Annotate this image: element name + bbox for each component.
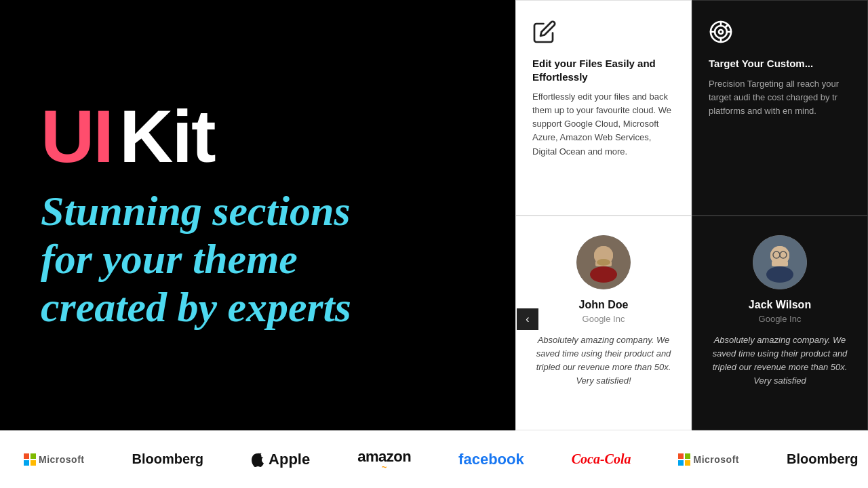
feature-card-2-title: Target Your Custom... (709, 57, 851, 70)
logo-amazon-1: amazon ~ (334, 430, 435, 488)
testimonial-1-text: Absolutely amazing company. We saved tim… (530, 333, 677, 388)
person-1-name: John Doe (579, 299, 629, 311)
subtitle-line1: Stunning sections (41, 188, 351, 234)
microsoft-label-2: Microsoft (693, 454, 739, 465)
bloomberg-label: Bloomberg (132, 451, 204, 467)
kit-text: Kit (119, 99, 215, 174)
svg-point-8 (597, 259, 610, 266)
hero-subtitle: Stunning sections for your theme created… (41, 187, 475, 332)
logo-facebook-1: facebook (435, 430, 548, 488)
pencil-icon (532, 20, 675, 49)
person-2-company: Google Inc (759, 314, 802, 324)
person-1-company: Google Inc (583, 314, 625, 324)
logo-bloomberg-1: Bloomberg (108, 430, 228, 488)
avatar-1 (576, 235, 631, 289)
testimonial-2-text: Absolutely amazing company. We saved tim… (706, 333, 854, 388)
target-icon (709, 20, 851, 49)
bloomberg-label-2: Bloomberg (787, 451, 859, 467)
feature-card-1-title: Edit your Files Easily and Effortlessly (532, 57, 675, 83)
feature-card-2: Target Your Custom... Precision Targetin… (692, 0, 868, 216)
apple-logo: Apple (251, 451, 310, 468)
logo-microsoft-2: Microsoft (654, 430, 763, 488)
logo-bar: Microsoft Bloomberg Apple amazon ~ faceb… (0, 430, 868, 488)
logo-track: Microsoft Bloomberg Apple amazon ~ faceb… (0, 430, 868, 488)
subtitle-line3: created by experts (41, 284, 351, 330)
testimonial-card-2: Jack Wilson Google Inc Absolutely amazin… (692, 216, 868, 431)
svg-rect-13 (772, 261, 788, 266)
testimonial-card-1: John Doe Google Inc Absolutely amazing c… (515, 216, 692, 431)
brand-title: UI Kit (41, 99, 475, 174)
svg-point-2 (719, 30, 723, 34)
feature-card-1: Edit your Files Easily and Effortlessly … (515, 0, 692, 216)
amazon-label: amazon ~ (357, 448, 411, 470)
svg-point-1 (715, 26, 727, 38)
cocacola-label: Coca-Cola (572, 451, 631, 467)
logo-apple-1: Apple (227, 430, 334, 488)
ui-text: UI (41, 99, 113, 174)
prev-arrow-button[interactable]: ‹ (517, 308, 538, 330)
logo-microsoft-1: Microsoft (0, 430, 108, 488)
svg-point-11 (766, 266, 793, 283)
logo-bloomberg-2: Bloomberg (763, 430, 868, 488)
hero-section: UI Kit Stunning sections for your theme … (0, 0, 515, 430)
feature-card-1-desc: Effortlessly edit your files and back th… (532, 90, 675, 159)
svg-point-5 (590, 266, 617, 283)
feature-card-2-desc: Precision Targeting all reach your targe… (709, 77, 851, 118)
ms-grid-icon (24, 453, 36, 466)
cards-section: Edit your Files Easily and Effortlessly … (515, 0, 868, 430)
avatar-2 (753, 235, 807, 289)
ms-grid-icon-2 (678, 453, 690, 466)
chevron-left-icon: ‹ (526, 313, 529, 325)
subtitle-line2: for your theme (41, 236, 298, 282)
microsoft-label: Microsoft (39, 454, 85, 465)
facebook-label: facebook (458, 451, 524, 468)
person-2-name: Jack Wilson (749, 299, 811, 311)
logo-cocacola: Coca-Cola (548, 430, 655, 488)
